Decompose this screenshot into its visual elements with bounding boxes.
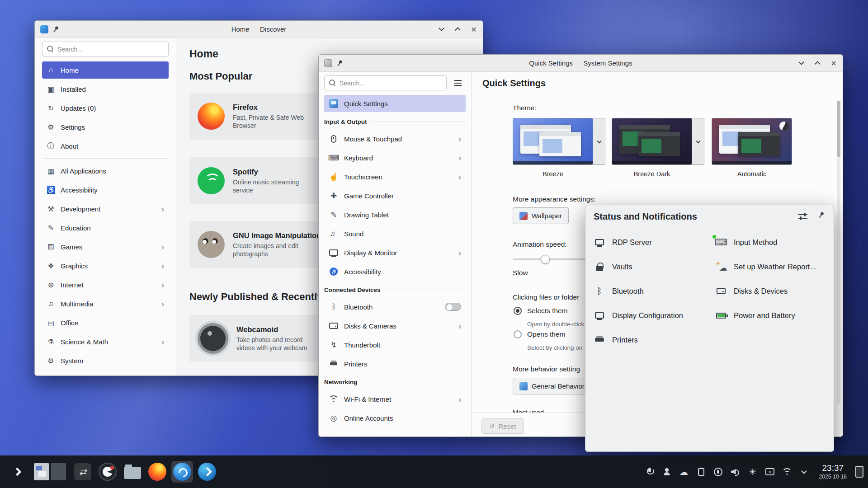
- sidebar-item-internet[interactable]: ⊕ Internet ›: [42, 276, 169, 293]
- sidebar-item-games[interactable]: ⚄ Games ›: [42, 238, 169, 255]
- tray-media-pause[interactable]: [713, 466, 724, 477]
- theme-preview-breeze[interactable]: [513, 118, 593, 165]
- tray-network[interactable]: [782, 466, 793, 477]
- status-item-weather[interactable]: Set up Weather Report...: [714, 254, 829, 279]
- reset-button[interactable]: ↺ Reset: [481, 418, 524, 434]
- radio-unselected-icon[interactable]: [514, 330, 522, 338]
- settings-item-mouse-touchpad[interactable]: Mouse & Touchpad ›: [324, 130, 466, 147]
- status-item-label: Power and Battery: [734, 311, 795, 320]
- sidebar-item-home[interactable]: ⌂ Home: [42, 61, 169, 79]
- sidebar-item-updates[interactable]: ↻ Updates (0): [42, 99, 169, 117]
- tray-cloud-sync[interactable]: ☁: [679, 466, 689, 477]
- task-firefox[interactable]: [146, 461, 168, 483]
- minimize-button[interactable]: [438, 26, 445, 33]
- tray-brightness[interactable]: ☀: [747, 466, 758, 477]
- pin-icon[interactable]: [52, 26, 59, 33]
- system-settings-titlebar[interactable]: Quick Settings — System Settings ×: [319, 55, 843, 72]
- sidebar-item-multimedia[interactable]: ♫ Multimedia ›: [42, 295, 169, 312]
- tray-clipboard[interactable]: [696, 466, 707, 477]
- animation-speed-label: Animation speed:: [513, 240, 567, 249]
- digital-clock[interactable]: 23:37 2025-10-16: [819, 463, 847, 480]
- tray-keyboard-layout[interactable]: [764, 466, 775, 477]
- sidebar-item-education[interactable]: ✎ Education: [42, 219, 169, 236]
- desktop-2-thumbnail[interactable]: [51, 463, 66, 480]
- sidebar-item-label: About: [61, 142, 78, 150]
- settings-item-keyboard[interactable]: ⌨ Keyboard ›: [324, 149, 466, 166]
- desktop-1-thumbnail[interactable]: [34, 463, 49, 480]
- theme-preview-breeze-dark[interactable]: [612, 118, 692, 165]
- task-window-switcher[interactable]: ⇄: [72, 461, 94, 483]
- radio-selected-icon[interactable]: [514, 307, 522, 315]
- settings-item-disks-cameras[interactable]: Disks & Cameras ›: [324, 317, 466, 334]
- settings-item-accessibility[interactable]: ♿ Accessibility: [324, 263, 466, 280]
- settings-item-game-controller[interactable]: ✚ Game Controller: [324, 187, 466, 204]
- theme-preview-automatic[interactable]: [712, 118, 792, 165]
- bluetooth-toggle[interactable]: [445, 303, 461, 311]
- settings-item-touchscreen[interactable]: ☝ Touchscreen ›: [324, 168, 466, 185]
- maximize-button[interactable]: [814, 60, 821, 67]
- radio-selects-them[interactable]: Selects them: [514, 307, 568, 315]
- sidebar-item-graphics[interactable]: ❖ Graphics ›: [42, 257, 169, 274]
- tray-expand[interactable]: [799, 466, 810, 477]
- sidebar-item-accessibility[interactable]: ♿ Accessibility: [42, 181, 169, 198]
- settings-item-thunderbolt[interactable]: ↯ Thunderbolt: [324, 336, 466, 353]
- settings-item-printers[interactable]: Printers: [324, 355, 466, 372]
- sidebar-item-all-applications[interactable]: ▦ All Applications: [42, 162, 169, 179]
- status-item-display-configuration[interactable]: Display Configuration: [593, 303, 714, 328]
- settings-search[interactable]: [324, 75, 447, 90]
- search-input[interactable]: [57, 46, 164, 53]
- tray-microphone[interactable]: [644, 466, 655, 477]
- settings-item-sound[interactable]: ♬ Sound: [324, 225, 466, 242]
- pin-icon[interactable]: [336, 60, 343, 66]
- pin-icon[interactable]: [818, 211, 825, 218]
- status-item-input-method[interactable]: ⌨ Input Method: [714, 230, 829, 254]
- sidebar-item-installed[interactable]: ▣ Installed: [42, 80, 169, 98]
- theme-breeze-dropdown[interactable]: [593, 118, 605, 165]
- maximize-button[interactable]: [454, 26, 461, 33]
- status-item-disks-devices[interactable]: Disks & Devices: [714, 279, 829, 303]
- menu-button[interactable]: [450, 75, 466, 90]
- sidebar-item-office[interactable]: ▤ Office: [42, 314, 169, 331]
- user-icon: [663, 468, 670, 475]
- sidebar-item-science-math[interactable]: ⚗ Science & Math ›: [42, 333, 169, 350]
- slider-knob[interactable]: [541, 255, 550, 264]
- tray-volume[interactable]: [730, 466, 741, 477]
- settings-item-quick-settings[interactable]: Quick Settings: [324, 95, 466, 112]
- sidebar-item-about[interactable]: ⓘ About: [42, 137, 169, 155]
- status-item-power-battery[interactable]: Power and Battery: [714, 303, 829, 328]
- discover-titlebar[interactable]: Home — Discover ×: [35, 21, 483, 38]
- status-item-printers[interactable]: Printers: [593, 328, 714, 352]
- application-launcher-button[interactable]: [6, 461, 28, 483]
- scrollbar-thumb[interactable]: [837, 101, 840, 157]
- minimize-button[interactable]: [797, 60, 805, 67]
- settings-item-display-monitor[interactable]: Display & Monitor ›: [324, 244, 466, 261]
- sidebar-item-system[interactable]: ⚙ System: [42, 352, 169, 369]
- task-media-player[interactable]: [97, 461, 118, 483]
- discover-search[interactable]: [42, 42, 169, 56]
- close-button[interactable]: ×: [830, 60, 837, 67]
- close-button[interactable]: ×: [470, 26, 477, 33]
- status-item-vaults[interactable]: Vaults: [593, 254, 714, 279]
- wallpaper-button[interactable]: Wallpaper: [513, 207, 569, 224]
- task-kde-app[interactable]: [196, 461, 218, 483]
- tray-user-switcher[interactable]: [661, 466, 672, 477]
- theme-breeze-dark-dropdown[interactable]: [692, 118, 704, 165]
- scrollbar[interactable]: [837, 101, 840, 404]
- task-file-manager[interactable]: [122, 461, 143, 483]
- task-discover[interactable]: [171, 461, 193, 483]
- virtual-desktop-pager[interactable]: [34, 463, 66, 480]
- status-item-bluetooth[interactable]: ᛒ Bluetooth: [593, 279, 714, 303]
- show-desktop-button[interactable]: [855, 466, 863, 478]
- search-input[interactable]: [340, 80, 442, 87]
- sidebar-item-settings[interactable]: ⚙ Settings: [42, 118, 169, 136]
- general-behavior-button[interactable]: General Behavior: [513, 378, 591, 394]
- status-item-rdp-server[interactable]: RDP Server: [593, 230, 714, 254]
- configure-button[interactable]: [798, 213, 807, 220]
- settings-item-drawing-tablet[interactable]: ✎ Drawing Tablet: [324, 206, 466, 223]
- taskbar: ⇄ ☁ ☀ 23:37 2025-10-16: [0, 455, 868, 488]
- settings-item-wifi-internet[interactable]: Wi-Fi & Internet ›: [324, 390, 466, 408]
- settings-item-online-accounts[interactable]: ◎ Online Accounts: [324, 409, 466, 427]
- radio-opens-them[interactable]: Opens them: [514, 330, 565, 338]
- settings-item-bluetooth[interactable]: ᛒ Bluetooth: [324, 298, 466, 315]
- sidebar-item-development[interactable]: ⚒ Development ›: [42, 200, 169, 217]
